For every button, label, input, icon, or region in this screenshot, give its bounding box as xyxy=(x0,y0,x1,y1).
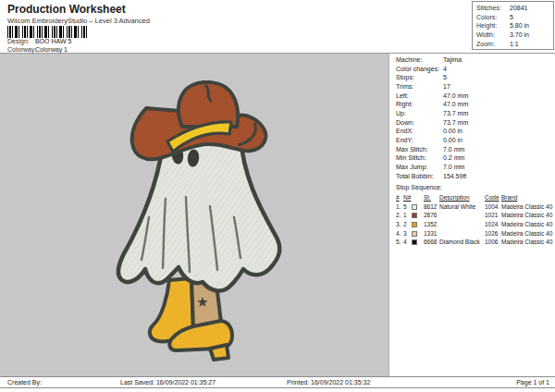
stop-row-brand: Madeira Classic 40 xyxy=(501,238,555,247)
machine-info-row: Color changes:4 xyxy=(396,65,555,74)
stop-row-index: 1. xyxy=(396,202,403,212)
machine-info-value: 7.0 mm xyxy=(443,164,464,170)
machine-info-label: Total Bobbin: xyxy=(396,172,443,181)
production-worksheet-page: Production Worksheet Wilcom EmbroiderySt… xyxy=(0,0,555,392)
machine-info-label: Left: xyxy=(396,92,443,101)
machine-info-label: EndY: xyxy=(396,136,443,145)
stat-value: 20841 xyxy=(510,5,527,11)
stat-row: Stitches:20841 xyxy=(476,4,553,13)
app-version-subtitle: Wilcom EmbroideryStudio – Level 3 Advanc… xyxy=(7,17,150,25)
machine-info-value: 0.00 in xyxy=(443,137,462,143)
stop-sequence-row: 1.58612Natural White1004Madeira Classic … xyxy=(396,202,555,212)
worksheet-header: Production Worksheet Wilcom EmbroiderySt… xyxy=(0,0,555,54)
stop-sequence-header-row: #N#St.DescriptionCodeBrand xyxy=(396,193,555,202)
machine-info-list: Machine:TajimaColor changes:4Stops:5Trim… xyxy=(396,55,555,180)
stat-row: Width:3.70 in xyxy=(476,31,553,40)
colorway-row: Colorway: Colorway 1 xyxy=(7,46,68,53)
stop-row-code: 1004 xyxy=(485,202,501,212)
machine-info-value: Tajima xyxy=(443,56,462,63)
ghost-cowboy-artwork xyxy=(106,80,291,376)
stop-row-code: 1006 xyxy=(485,238,501,247)
design-barcode-icon xyxy=(7,26,88,38)
machine-info-row: Right:47.0 mm xyxy=(396,100,555,109)
machine-info-panel: Machine:TajimaColor changes:4Stops:5Trim… xyxy=(388,54,555,376)
stop-sequence-column-header: Description xyxy=(439,193,485,202)
machine-info-row: Stops:5 xyxy=(396,73,555,82)
stop-row-needle: 3 xyxy=(403,229,412,239)
stop-row-index: 2. xyxy=(396,211,403,220)
stop-row-swatch-cell xyxy=(412,229,424,239)
machine-info-label: Min Stitch: xyxy=(396,153,443,163)
machine-info-label: Down: xyxy=(396,118,443,128)
stop-row-stitches: 1331 xyxy=(424,229,439,239)
stop-row-index: 3. xyxy=(396,220,403,229)
stop-sequence-title: Stop Sequence: xyxy=(396,183,555,192)
stop-row-code: 1024 xyxy=(485,220,501,229)
machine-info-label: EndX: xyxy=(396,127,443,136)
page-title: Production Worksheet xyxy=(7,3,126,16)
machine-info-label: Max Stitch: xyxy=(396,145,443,154)
design-value: BOO HAW 5 xyxy=(35,38,71,44)
machine-info-row: EndY:0.00 in xyxy=(396,136,555,145)
stop-row-brand: Madeira Classic 40 xyxy=(501,220,555,229)
created-by-label: Created By: xyxy=(7,379,42,386)
stop-row-stitches: 8612 xyxy=(424,202,439,212)
thread-color-swatch xyxy=(412,204,417,210)
stop-sequence-row: 3.213521024Madeira Classic 40 xyxy=(396,220,555,229)
stop-row-swatch-cell xyxy=(412,211,424,220)
stop-row-description: Natural White xyxy=(439,202,485,212)
machine-info-value: 5 xyxy=(443,74,447,80)
machine-info-value: 73.7 mm xyxy=(443,110,468,116)
machine-info-row: Trims:17 xyxy=(396,82,555,92)
design-label: Design: xyxy=(7,38,33,44)
machine-info-value: 47.0 mm xyxy=(443,92,468,99)
machine-info-row: Min Stitch:0.2 mm xyxy=(396,153,555,163)
stop-sequence-column-header: Brand xyxy=(501,193,555,202)
stat-label: Width: xyxy=(476,31,510,40)
machine-info-value: 17 xyxy=(443,83,450,90)
stop-sequence-row: 2.128761021Madeira Classic 40 xyxy=(396,211,555,220)
stop-sequence-column-header: N# xyxy=(403,193,412,202)
machine-info-label: Trims: xyxy=(396,82,443,92)
stop-sequence-column-header: Code xyxy=(485,193,501,202)
machine-info-value: 0.00 in xyxy=(443,128,462,134)
colorway-label: Colorway: xyxy=(7,46,33,53)
front-boot-heel xyxy=(210,345,228,360)
stop-row-code: 1026 xyxy=(485,229,501,239)
stop-row-needle: 5 xyxy=(403,202,412,212)
machine-info-label: Color changes: xyxy=(396,65,443,74)
colorway-value: Colorway 1 xyxy=(35,46,68,53)
design-row: Design: BOO HAW 5 xyxy=(7,38,71,44)
stop-sequence-column-header: # xyxy=(396,193,403,202)
stop-row-swatch-cell xyxy=(412,202,424,212)
stat-label: Colors: xyxy=(476,13,510,22)
stop-sequence-row: 5.46668Diamond Black1006Madeira Classic … xyxy=(396,238,555,247)
stop-row-brand: Madeira Classic 40 xyxy=(501,211,555,220)
page-number-label: Page 1 of 1 xyxy=(516,379,549,386)
machine-info-value: 73.7 mm xyxy=(443,119,468,126)
machine-info-label: Stops: xyxy=(396,73,443,82)
stat-label: Height: xyxy=(476,21,510,31)
stop-row-stitches: 1352 xyxy=(424,220,439,229)
stop-row-stitches: 6668 xyxy=(424,238,439,247)
machine-info-value: 7.0 mm xyxy=(443,146,464,153)
stat-row: Colors:5 xyxy=(476,13,553,22)
thread-color-swatch xyxy=(412,213,417,218)
stop-row-needle: 4 xyxy=(403,238,412,247)
machine-info-row: Left:47.0 mm xyxy=(396,92,555,101)
printed-label: Printed: 16/09/2022 01:35:32 xyxy=(287,379,370,386)
machine-info-value: 154.59ft xyxy=(443,173,466,179)
stat-value: 5 xyxy=(510,14,513,20)
stop-sequence-column-header: St. xyxy=(424,193,439,202)
stat-row: Height:5.80 in xyxy=(476,21,553,31)
stop-row-needle: 1 xyxy=(403,211,412,220)
stop-row-stitches: 2876 xyxy=(424,211,439,220)
stop-row-description: Diamond Black xyxy=(439,238,485,247)
last-saved-label: Last Saved: 16/09/2022 01:35:27 xyxy=(120,379,216,386)
stop-row-swatch-cell xyxy=(412,220,424,229)
machine-info-label: Right: xyxy=(396,100,443,109)
design-stats-box: Stitches:20841Colors:5Height:5.80 inWidt… xyxy=(472,1,554,50)
design-canvas xyxy=(0,54,388,376)
thread-color-swatch xyxy=(412,239,417,245)
stop-row-swatch-cell xyxy=(412,238,424,247)
